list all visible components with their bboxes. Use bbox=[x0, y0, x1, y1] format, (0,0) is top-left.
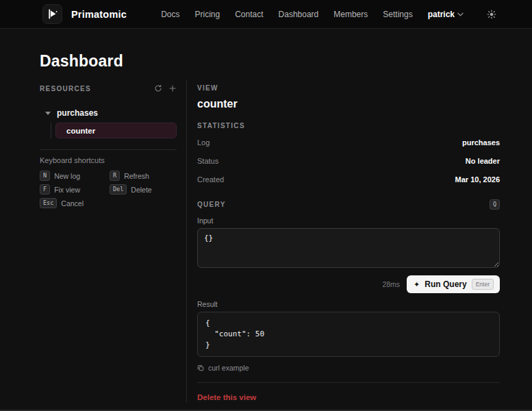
stat-label: Log bbox=[197, 138, 210, 147]
query-label: Query bbox=[197, 201, 226, 208]
nav-link-pricing[interactable]: Pricing bbox=[195, 10, 220, 19]
shortcut-label: Refresh bbox=[124, 172, 149, 180]
key-badge: R bbox=[110, 171, 120, 181]
shortcut-label: Delete bbox=[131, 186, 151, 194]
shortcut-cancel: Esc Cancel bbox=[40, 198, 108, 208]
key-badge: Esc bbox=[40, 198, 57, 208]
stat-row-log: Log purchases bbox=[197, 134, 500, 152]
statistics-label: Statistics bbox=[197, 122, 500, 129]
statistics-table: Log purchases Status No leader Created M… bbox=[197, 134, 500, 189]
page-content: Dashboard Resources bbox=[0, 52, 532, 403]
play-logo-icon bbox=[47, 8, 58, 20]
nav-link-contact[interactable]: Contact bbox=[235, 10, 263, 19]
refresh-resources-button[interactable] bbox=[154, 84, 162, 92]
top-navbar: Primatomic Docs Pricing Contact Dashboar… bbox=[0, 0, 532, 29]
resources-label: Resources bbox=[40, 85, 91, 92]
run-query-label: Run Query bbox=[425, 279, 466, 289]
vertical-divider bbox=[186, 80, 187, 403]
enter-key-badge: Enter bbox=[472, 279, 494, 290]
user-name: patrick bbox=[428, 10, 455, 19]
resources-tree: purchases counter bbox=[40, 108, 177, 138]
theme-toggle-button[interactable] bbox=[487, 10, 496, 19]
result-label: Result bbox=[197, 300, 500, 308]
stat-label: Status bbox=[197, 157, 218, 165]
shortcuts-list: N New log R Refresh F Fix view Del Delet… bbox=[40, 171, 177, 208]
tree-item-counter-selected[interactable]: counter bbox=[55, 123, 177, 138]
stat-value: Mar 10, 2026 bbox=[455, 175, 500, 184]
nav-link-members[interactable]: Members bbox=[333, 10, 368, 19]
curl-example-link[interactable]: curl example bbox=[197, 364, 500, 372]
refresh-icon bbox=[154, 84, 162, 92]
query-latency: 28ms bbox=[382, 280, 400, 288]
sun-icon bbox=[487, 10, 496, 19]
query-input-label: Input bbox=[197, 216, 500, 225]
shortcuts-title: Keyboard shortcuts bbox=[40, 156, 177, 164]
query-input[interactable]: {} bbox=[197, 228, 500, 268]
main-divider bbox=[197, 382, 500, 383]
stat-value: purchases bbox=[462, 138, 500, 147]
page-title: Dashboard bbox=[40, 52, 500, 71]
add-resource-button[interactable] bbox=[168, 84, 177, 92]
caret-down-icon bbox=[45, 112, 51, 115]
brand-name: Primatomic bbox=[71, 9, 127, 20]
stat-value: No leader bbox=[466, 157, 500, 165]
stat-row-status: Status No leader bbox=[197, 152, 500, 171]
sidebar-divider bbox=[40, 149, 177, 150]
brand-logo[interactable] bbox=[42, 4, 62, 24]
shortcut-delete: Del Delete bbox=[110, 184, 177, 195]
stat-row-created: Created Mar 10, 2026 bbox=[197, 171, 500, 189]
shortcut-new-log: N New log bbox=[40, 171, 108, 181]
nav-link-dashboard[interactable]: Dashboard bbox=[279, 10, 319, 19]
run-query-button[interactable]: ✦ Run Query Enter bbox=[407, 275, 500, 293]
chevron-down-icon bbox=[457, 12, 464, 16]
delete-view-link[interactable]: Delete this view bbox=[197, 393, 256, 401]
view-section-label: View bbox=[197, 84, 500, 92]
stat-label: Created bbox=[197, 175, 224, 184]
key-badge: F bbox=[40, 184, 50, 195]
nav-links: Docs Pricing Contact Dashboard Members S… bbox=[161, 10, 496, 19]
shortcut-fix-view: F Fix view bbox=[40, 184, 108, 195]
shortcut-label: New log bbox=[54, 172, 80, 180]
plus-icon bbox=[168, 84, 177, 92]
shortcut-label: Fix view bbox=[54, 186, 80, 194]
key-badge: Del bbox=[110, 184, 127, 195]
tree-item-purchases[interactable]: purchases bbox=[40, 108, 177, 118]
nav-link-docs[interactable]: Docs bbox=[161, 10, 179, 19]
shortcut-label: Cancel bbox=[61, 199, 84, 208]
nav-link-settings[interactable]: Settings bbox=[383, 10, 412, 19]
view-name: counter bbox=[197, 98, 500, 110]
query-hotkey-badge: Q bbox=[490, 199, 500, 210]
key-badge: N bbox=[40, 171, 50, 181]
view-panel: View counter Statistics Log purchases St… bbox=[197, 80, 500, 403]
copy-icon bbox=[197, 364, 204, 371]
sparkle-icon: ✦ bbox=[414, 281, 420, 288]
result-output: { "count": 50 } bbox=[197, 312, 500, 357]
user-menu[interactable]: patrick bbox=[428, 10, 464, 19]
resources-sidebar: Resources bbox=[40, 80, 177, 403]
curl-example-label: curl example bbox=[208, 364, 249, 372]
tree-item-label: purchases bbox=[57, 108, 98, 118]
shortcut-refresh: R Refresh bbox=[110, 171, 177, 181]
